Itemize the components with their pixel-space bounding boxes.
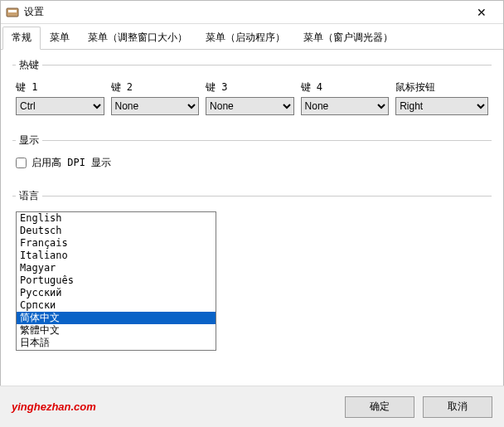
tab-general[interactable]: 常规 [2, 27, 41, 50]
group-hotkeys: 热键 键 1 Ctrl 键 2 None 键 3 None [12, 58, 492, 127]
group-display: 显示 启用高 DPI 显示 [12, 133, 492, 182]
svg-rect-1 [8, 10, 17, 12]
tab-content: 热键 键 1 Ctrl 键 2 None 键 3 None [1, 50, 503, 377]
tab-strip: 常规 菜单 菜单（调整窗口大小） 菜单（启动程序） 菜单（窗户调光器） [1, 24, 503, 50]
key3-select[interactable]: None [206, 97, 294, 115]
tab-menu[interactable]: 菜单 [41, 27, 79, 50]
group-hotkeys-legend: 热键 [16, 58, 42, 72]
list-item[interactable]: Русский [17, 287, 216, 299]
list-item[interactable]: 简体中文 [17, 312, 216, 324]
list-item[interactable]: English [17, 212, 216, 225]
footer: yinghezhan.com 确定 取消 [0, 386, 504, 427]
list-item[interactable]: 繁體中文 [17, 324, 216, 337]
tab-menu-dimmer[interactable]: 菜单（窗户调光器） [294, 27, 402, 50]
dpi-checkbox-label[interactable]: 启用高 DPI 显示 [16, 156, 111, 170]
brand-text: yinghezhan.com [12, 400, 337, 413]
tab-menu-resize[interactable]: 菜单（调整窗口大小） [79, 27, 196, 50]
list-item[interactable]: Magyar [17, 262, 216, 274]
list-item[interactable]: Português [17, 274, 216, 287]
dpi-checkbox[interactable] [16, 158, 27, 168]
group-language-legend: 语言 [16, 189, 42, 203]
group-language: 语言 English Deutsch Français Italiano Mag… [12, 189, 492, 362]
list-item[interactable]: 日本語 [17, 337, 216, 349]
close-button[interactable]: ✕ [465, 1, 498, 23]
ok-button[interactable]: 确定 [345, 396, 414, 418]
mouse-select[interactable]: Right [395, 97, 488, 115]
key1-label: 键 1 [16, 80, 104, 95]
tab-menu-launch[interactable]: 菜单（启动程序） [196, 27, 294, 50]
key2-select[interactable]: None [111, 97, 200, 115]
app-icon [6, 6, 19, 19]
group-display-legend: 显示 [16, 133, 42, 148]
language-list[interactable]: English Deutsch Français Italiano Magyar… [16, 211, 216, 351]
key2-label: 键 2 [111, 80, 200, 95]
cancel-button[interactable]: 取消 [423, 396, 492, 418]
list-item[interactable]: Српски [17, 299, 216, 312]
key4-select[interactable]: None [301, 97, 390, 115]
dpi-text: 启用高 DPI 显示 [32, 156, 111, 170]
window-title: 设置 [24, 5, 465, 19]
key1-select[interactable]: Ctrl [16, 97, 104, 115]
list-item[interactable]: Italiano [17, 250, 216, 262]
list-item[interactable]: Français [17, 237, 216, 250]
key3-label: 键 3 [206, 80, 294, 95]
titlebar: 设置 ✕ [1, 1, 503, 24]
key4-label: 键 4 [301, 80, 390, 95]
list-item[interactable]: Deutsch [17, 225, 216, 237]
mouse-label: 鼠标按钮 [395, 80, 488, 95]
